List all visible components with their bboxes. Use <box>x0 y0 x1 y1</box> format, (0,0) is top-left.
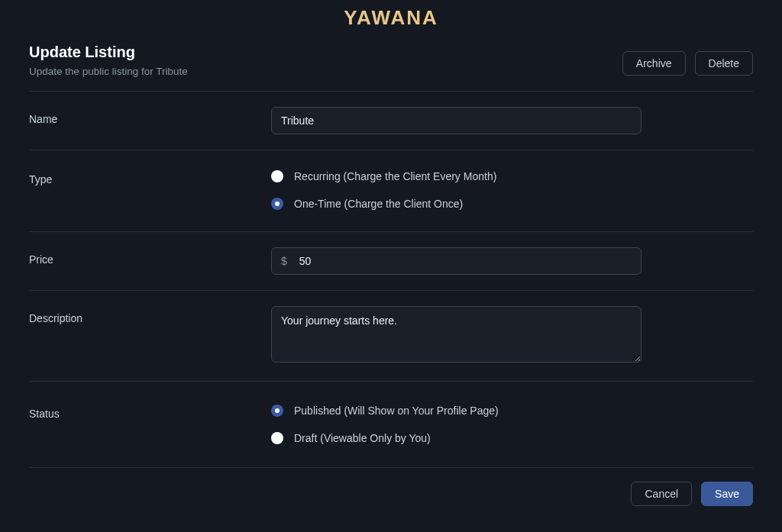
description-textarea[interactable] <box>271 306 641 363</box>
radio-label-draft: Draft (Viewable Only by You) <box>294 432 431 444</box>
delete-button[interactable]: Delete <box>695 51 753 76</box>
page-title: Update Listing <box>29 44 188 61</box>
row-description: Description <box>29 291 753 381</box>
row-name: Name <box>29 92 753 150</box>
radio-status-draft[interactable]: Draft (Viewable Only by You) <box>271 432 641 444</box>
price-input-group: $ <box>271 247 641 275</box>
price-input[interactable] <box>296 248 641 274</box>
logo-text: YAWANA <box>344 6 438 29</box>
row-status: Status Published (Will Show on Your Prof… <box>29 382 753 467</box>
radio-status-published[interactable]: Published (Will Show on Your Profile Pag… <box>271 405 641 417</box>
cancel-button[interactable]: Cancel <box>631 482 692 506</box>
logo: YAWANA <box>0 0 782 44</box>
label-price: Price <box>29 247 271 266</box>
page-subtitle: Update the public listing for Tribute <box>29 66 188 77</box>
archive-button[interactable]: Archive <box>622 51 686 76</box>
footer-actions: Cancel Save <box>29 468 753 506</box>
radio-circle-icon <box>271 170 283 182</box>
label-description: Description <box>29 306 271 324</box>
radio-label-one-time: One-Time (Charge the Client Once) <box>294 198 463 210</box>
row-type: Type Recurring (Charge the Client Every … <box>29 150 753 231</box>
page-header: Update Listing Update the public listing… <box>29 44 753 77</box>
radio-type-recurring[interactable]: Recurring (Charge the Client Every Month… <box>271 170 641 182</box>
radio-circle-icon <box>271 198 283 210</box>
label-name: Name <box>29 107 271 125</box>
name-input[interactable] <box>271 107 641 134</box>
radio-label-recurring: Recurring (Charge the Client Every Month… <box>294 170 496 182</box>
save-button[interactable]: Save <box>701 482 753 506</box>
dollar-icon: $ <box>272 248 296 274</box>
radio-circle-icon <box>271 405 283 417</box>
radio-circle-icon <box>271 432 283 444</box>
radio-label-published: Published (Will Show on Your Profile Pag… <box>294 405 499 417</box>
label-type: Type <box>29 167 271 185</box>
row-price: Price $ <box>29 232 753 290</box>
radio-type-one-time[interactable]: One-Time (Charge the Client Once) <box>271 198 641 210</box>
label-status: Status <box>29 401 271 420</box>
